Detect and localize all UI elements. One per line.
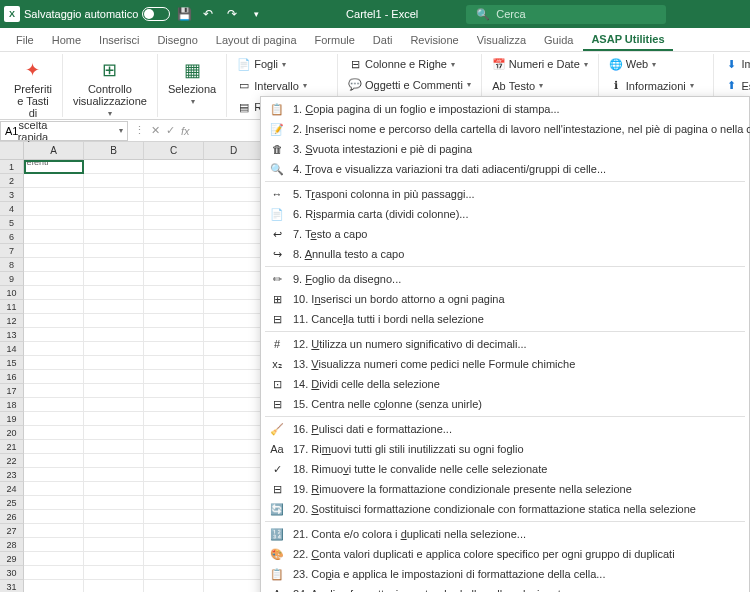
cell[interactable]	[204, 580, 264, 592]
cell[interactable]	[84, 384, 144, 398]
cell[interactable]	[24, 300, 84, 314]
confirm-icon[interactable]: ✓	[166, 124, 175, 137]
cell[interactable]	[84, 482, 144, 496]
row-header[interactable]: 5	[0, 216, 24, 230]
cell[interactable]	[84, 174, 144, 188]
cell[interactable]	[24, 524, 84, 538]
cell[interactable]	[84, 510, 144, 524]
row-header[interactable]: 11	[0, 300, 24, 314]
cell[interactable]	[24, 398, 84, 412]
menu-item[interactable]: ⊟11. Cancella tutti i bordi nella selezi…	[261, 309, 749, 329]
row-header[interactable]: 21	[0, 440, 24, 454]
cell[interactable]	[24, 384, 84, 398]
column-header[interactable]: B	[84, 142, 144, 160]
menu-item[interactable]: ⊞10. Inserisci un bordo attorno a ogni p…	[261, 289, 749, 309]
info-button[interactable]: ℹInformazioni▾	[605, 78, 708, 94]
menu-item[interactable]: ↔5. Trasponi colonna in più passaggi...	[261, 184, 749, 204]
cell[interactable]	[84, 524, 144, 538]
cell[interactable]	[204, 202, 264, 216]
menu-item[interactable]: 📋1. Copia pagina di un foglio e impostaz…	[261, 99, 749, 119]
tab-visualizza[interactable]: Visualizza	[469, 30, 534, 50]
qat-dropdown-icon[interactable]: ▾	[246, 4, 266, 24]
menu-item[interactable]: #12. Utilizza un numero significativo di…	[261, 334, 749, 354]
row-header[interactable]: 4	[0, 202, 24, 216]
cell[interactable]	[144, 202, 204, 216]
tab-layout-di-pagina[interactable]: Layout di pagina	[208, 30, 305, 50]
cell[interactable]	[84, 454, 144, 468]
cell[interactable]	[144, 524, 204, 538]
cell[interactable]	[84, 398, 144, 412]
cell[interactable]	[204, 384, 264, 398]
row-header[interactable]: 30	[0, 566, 24, 580]
menu-item[interactable]: ↪8. Annulla testo a capo	[261, 244, 749, 264]
cell[interactable]	[204, 272, 264, 286]
cell[interactable]	[24, 566, 84, 580]
range-button[interactable]: ▭Intervallo▾	[233, 78, 331, 94]
cell[interactable]	[84, 300, 144, 314]
cell[interactable]	[24, 286, 84, 300]
cell[interactable]	[144, 174, 204, 188]
row-header[interactable]: 29	[0, 552, 24, 566]
cell[interactable]	[144, 566, 204, 580]
cell[interactable]	[144, 426, 204, 440]
redo-icon[interactable]: ↷	[222, 4, 242, 24]
row-header[interactable]: 31	[0, 580, 24, 592]
select-all-corner[interactable]	[0, 142, 24, 160]
cell[interactable]	[144, 244, 204, 258]
fx-icon[interactable]: fx	[181, 125, 190, 137]
cell[interactable]	[144, 370, 204, 384]
menu-item[interactable]: 📝2. Inserisci nome e percorso della cart…	[261, 119, 749, 139]
row-header[interactable]: 10	[0, 286, 24, 300]
sheets-button[interactable]: 📄Fogli▾	[233, 56, 331, 72]
cell[interactable]	[84, 412, 144, 426]
menu-item[interactable]: 🔍4. Trova e visualizza variazioni tra da…	[261, 159, 749, 179]
text-button[interactable]: AbTesto▾	[488, 78, 592, 94]
cell[interactable]	[144, 580, 204, 592]
cell[interactable]	[144, 538, 204, 552]
cell[interactable]	[84, 188, 144, 202]
objects-button[interactable]: 💬Oggetti e Commenti▾	[344, 77, 475, 93]
cell[interactable]	[24, 272, 84, 286]
cell[interactable]	[84, 328, 144, 342]
cell[interactable]	[24, 342, 84, 356]
row-header[interactable]: 13	[0, 328, 24, 342]
cell[interactable]	[144, 342, 204, 356]
row-header[interactable]: 17	[0, 384, 24, 398]
row-header[interactable]: 1	[0, 160, 24, 174]
cell[interactable]	[24, 468, 84, 482]
menu-item[interactable]: 🗑3. Svuota intestazioni e piè di pagina	[261, 139, 749, 159]
search-box[interactable]: 🔍	[466, 5, 666, 24]
tab-guida[interactable]: Guida	[536, 30, 581, 50]
cell[interactable]	[144, 412, 204, 426]
cancel-icon[interactable]: ✕	[151, 124, 160, 137]
cell[interactable]	[24, 454, 84, 468]
tab-disegno[interactable]: Disegno	[149, 30, 205, 50]
menu-item[interactable]: ⊟19. Rimuovere la formattazione condizio…	[261, 479, 749, 499]
cell[interactable]	[204, 174, 264, 188]
cell[interactable]	[24, 370, 84, 384]
cell[interactable]	[144, 286, 204, 300]
cell[interactable]	[84, 580, 144, 592]
cell[interactable]	[204, 258, 264, 272]
name-box[interactable]: A1▾	[0, 121, 128, 141]
row-header[interactable]: 19	[0, 412, 24, 426]
cell[interactable]	[24, 258, 84, 272]
cell[interactable]	[24, 202, 84, 216]
cell[interactable]	[84, 342, 144, 356]
cell[interactable]	[24, 552, 84, 566]
cell[interactable]	[144, 258, 204, 272]
autosave-toggle[interactable]: Salvataggio automatico	[24, 7, 170, 21]
tab-home[interactable]: Home	[44, 30, 89, 50]
menu-item[interactable]: 📋23. Copia e applica le impostazioni di …	[261, 564, 749, 584]
row-header[interactable]: 25	[0, 496, 24, 510]
cell[interactable]	[24, 426, 84, 440]
menu-item[interactable]: x₂13. Visualizza numeri come pedici nell…	[261, 354, 749, 374]
cell[interactable]	[204, 552, 264, 566]
cell[interactable]	[144, 552, 204, 566]
cols-rows-button[interactable]: ⊟Colonne e Righe▾	[344, 56, 475, 72]
search-input[interactable]	[496, 8, 656, 20]
cell[interactable]	[204, 440, 264, 454]
cell[interactable]	[204, 398, 264, 412]
cell[interactable]	[24, 188, 84, 202]
cell[interactable]	[84, 258, 144, 272]
